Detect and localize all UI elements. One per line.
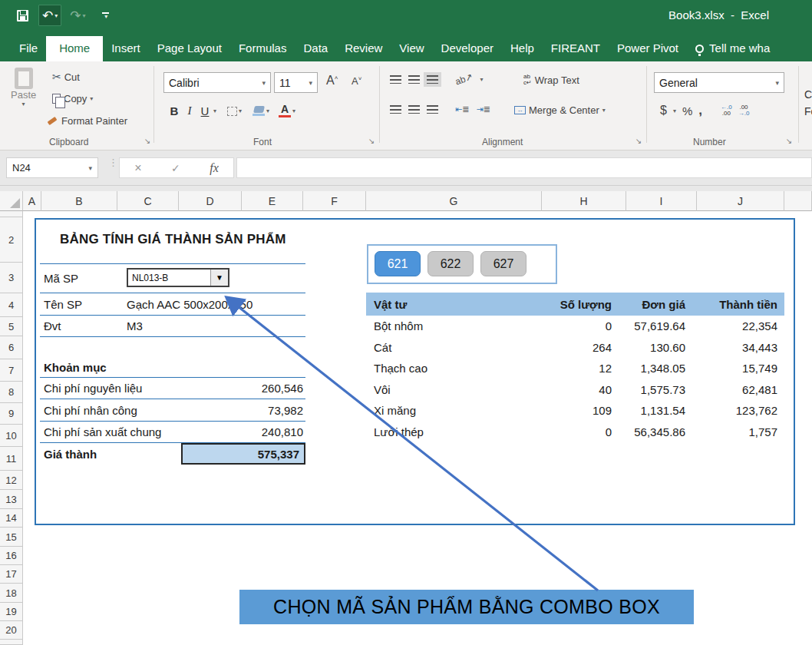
- font-name-select[interactable]: Calibri▾: [163, 72, 271, 93]
- orientation-dropdown[interactable]: ▾: [480, 76, 483, 83]
- customize-quick-access-button[interactable]: ▾: [94, 5, 117, 26]
- ribbon-tab-power-pivot[interactable]: Power Pivot: [609, 36, 687, 61]
- column-header-C[interactable]: C: [117, 191, 179, 211]
- borders-dropdown[interactable]: ▾: [239, 108, 242, 114]
- ribbon-tab-file[interactable]: File: [11, 36, 46, 61]
- italic-button[interactable]: I: [183, 104, 196, 117]
- column-header-B[interactable]: B: [41, 191, 117, 211]
- row-header-20[interactable]: 20: [0, 621, 22, 640]
- font-dialog-launcher[interactable]: ↘: [367, 137, 376, 146]
- select-all-corner[interactable]: [0, 191, 23, 211]
- paste-button[interactable]: Paste▾: [11, 68, 36, 108]
- decrease-indent-button[interactable]: ⇤≣: [455, 104, 469, 114]
- bold-button[interactable]: B: [167, 104, 181, 117]
- ribbon-tab-insert[interactable]: Insert: [103, 36, 149, 61]
- row-header-1[interactable]: [0, 211, 22, 217]
- row-header-11[interactable]: 11: [0, 447, 22, 471]
- account-button-621[interactable]: 621: [375, 251, 421, 276]
- align-left-button[interactable]: [390, 105, 401, 114]
- row-header-6[interactable]: 6: [0, 336, 22, 359]
- account-button-622[interactable]: 622: [427, 251, 474, 276]
- column-header-J[interactable]: J: [697, 191, 784, 211]
- conditional-formatting-clipped[interactable]: CFo: [804, 86, 812, 120]
- number-format-select[interactable]: General▾: [654, 72, 784, 93]
- row-header-7[interactable]: 7: [0, 359, 22, 382]
- align-middle-button[interactable]: [408, 75, 420, 84]
- combo-dropdown-icon[interactable]: ▼: [210, 270, 228, 286]
- row-header-10[interactable]: 10: [0, 425, 22, 447]
- number-dialog-launcher[interactable]: ↘: [784, 137, 794, 146]
- ribbon-tab-fireant[interactable]: FIREANT: [543, 36, 609, 61]
- row-header-16[interactable]: 16: [0, 547, 22, 565]
- enter-button[interactable]: ✓: [171, 162, 180, 174]
- fill-color-dropdown[interactable]: ▾: [266, 108, 269, 114]
- font-color-button[interactable]: A: [279, 104, 291, 117]
- ribbon-tab-page-layout[interactable]: Page Layout: [149, 36, 230, 61]
- align-right-button[interactable]: [427, 105, 438, 114]
- comma-style-button[interactable]: ,: [698, 103, 702, 118]
- row-header-12[interactable]: 12: [0, 471, 22, 490]
- row-header-18[interactable]: 18: [0, 584, 22, 603]
- alignment-dialog-launcher[interactable]: ↘: [634, 137, 643, 146]
- row-header-19[interactable]: 19: [0, 603, 22, 621]
- cut-button[interactable]: ✂Cut: [52, 71, 80, 83]
- percent-style-button[interactable]: %: [682, 104, 692, 117]
- merge-center-button[interactable]: ↔ Merge & Center ▾: [514, 104, 606, 116]
- row-header-4[interactable]: 4: [0, 293, 22, 317]
- copy-button[interactable]: Copy▾: [52, 93, 93, 104]
- align-top-button[interactable]: [390, 75, 401, 84]
- product-combo-box[interactable]: NL013-B ▼: [127, 268, 229, 287]
- column-header-A[interactable]: A: [23, 191, 41, 211]
- row-header-9[interactable]: 9: [0, 403, 22, 425]
- row-header-21[interactable]: [0, 640, 22, 645]
- wrap-text-button[interactable]: abc↵ Wrap Text: [523, 74, 579, 86]
- row-header-14[interactable]: 14: [0, 509, 22, 528]
- orientation-button[interactable]: ab↗: [454, 71, 474, 87]
- row-header-5[interactable]: 5: [0, 317, 22, 336]
- merge-center-dropdown[interactable]: ▾: [602, 107, 606, 114]
- decrease-font-button[interactable]: A˅: [352, 75, 361, 87]
- row-header-15[interactable]: 15: [0, 528, 22, 547]
- increase-decimal-button[interactable]: ←.0.00: [721, 104, 732, 117]
- underline-button[interactable]: U: [198, 104, 212, 117]
- font-color-dropdown[interactable]: ▾: [292, 108, 295, 114]
- row-header-2[interactable]: 2: [0, 217, 22, 263]
- save-icon[interactable]: [11, 5, 34, 26]
- align-center-button[interactable]: [408, 105, 420, 114]
- font-size-select[interactable]: 11▾: [274, 72, 318, 93]
- increase-font-button[interactable]: A˄: [326, 74, 338, 88]
- ribbon-tab-tell-me-wha[interactable]: Tell me wha: [687, 36, 778, 61]
- row-header-17[interactable]: 17: [0, 565, 22, 584]
- column-header-I[interactable]: I: [626, 191, 697, 211]
- ribbon-tab-formulas[interactable]: Formulas: [230, 36, 295, 61]
- clipboard-dialog-launcher[interactable]: ↘: [143, 137, 152, 146]
- column-header-E[interactable]: E: [242, 191, 303, 211]
- row-header-3[interactable]: 3: [0, 263, 22, 293]
- account-button-627[interactable]: 627: [480, 251, 526, 276]
- insert-function-button[interactable]: fx: [210, 161, 219, 175]
- name-box[interactable]: N24▾: [6, 157, 98, 178]
- ribbon-tab-review[interactable]: Review: [336, 36, 391, 61]
- row-header-8[interactable]: 8: [0, 382, 22, 403]
- ribbon-tab-data[interactable]: Data: [295, 36, 336, 61]
- formula-input[interactable]: [236, 157, 812, 178]
- fill-color-button[interactable]: [253, 106, 265, 116]
- column-header-H[interactable]: H: [542, 191, 626, 211]
- accounting-format-button[interactable]: $: [660, 104, 667, 117]
- ribbon-tab-view[interactable]: View: [391, 36, 432, 61]
- cancel-button[interactable]: ×: [134, 161, 141, 175]
- redo-button[interactable]: ↷▾: [66, 5, 89, 26]
- underline-dropdown[interactable]: ▾: [213, 108, 216, 114]
- ribbon-tab-help[interactable]: Help: [502, 36, 543, 61]
- column-header-F[interactable]: F: [303, 191, 366, 211]
- ribbon-tab-developer[interactable]: Developer: [433, 36, 502, 61]
- row-header-13[interactable]: 13: [0, 490, 22, 509]
- align-bottom-button[interactable]: [427, 75, 438, 84]
- decrease-decimal-button[interactable]: .00→.0: [738, 104, 750, 117]
- format-painter-button[interactable]: Format Painter: [48, 115, 127, 127]
- accounting-format-dropdown[interactable]: ▾: [673, 108, 676, 114]
- increase-indent-button[interactable]: ⇥≣: [476, 104, 490, 114]
- column-header-D[interactable]: D: [179, 191, 242, 211]
- ribbon-tab-home[interactable]: Home: [46, 36, 103, 61]
- column-header-G[interactable]: G: [366, 191, 542, 211]
